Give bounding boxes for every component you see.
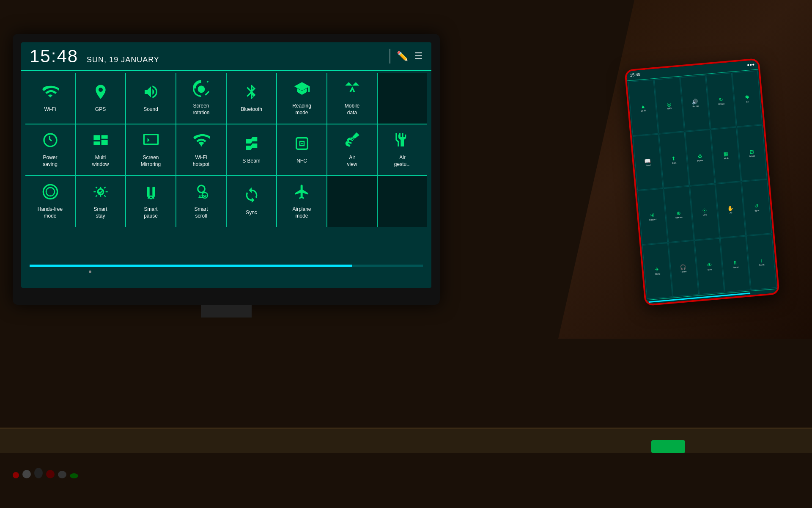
phone-p16-icon: ✈ bbox=[655, 267, 659, 273]
smart-scroll-label: Smartscroll bbox=[194, 206, 208, 219]
scene: 15:48 SUN, 19 JANUARY ✏️ ☰ bbox=[0, 0, 812, 508]
qs-power-saving[interactable]: Powersaving bbox=[25, 124, 76, 175]
wifi-label: Wi-Fi bbox=[44, 106, 56, 113]
phone-p10-icon: ⊟ bbox=[749, 149, 754, 155]
divider bbox=[390, 49, 390, 64]
phone-item-12: ⊕SBeam bbox=[664, 186, 694, 243]
qs-airplane-mode[interactable]: Airplanemode bbox=[277, 176, 327, 227]
qs-smart-scroll[interactable]: Smartscroll bbox=[176, 176, 227, 227]
progress-bar bbox=[30, 265, 423, 267]
air-gesture-icon bbox=[394, 132, 411, 151]
dot-indicator bbox=[89, 271, 91, 273]
phone-data-icon: ⬆ bbox=[672, 155, 676, 162]
qs-s-beam[interactable]: S Beam bbox=[227, 124, 277, 175]
qs-screen-rotation[interactable]: Screenrotation bbox=[176, 73, 227, 124]
phone-read-icon: 📖 bbox=[644, 157, 651, 164]
shelf bbox=[0, 428, 812, 453]
qs-sound[interactable]: Sound bbox=[126, 73, 176, 124]
airplane-label: Airplanemode bbox=[292, 206, 311, 219]
phone-item-3: 🔊Sound bbox=[680, 75, 710, 131]
phone-item-7: ⬆Data bbox=[659, 132, 689, 188]
smart-stay-label: Smartstay bbox=[93, 206, 107, 219]
phone-p17-icon: 🎧 bbox=[680, 264, 687, 271]
svg-point-0 bbox=[99, 88, 103, 92]
phone-icons: ●●● bbox=[747, 62, 755, 69]
phone-item-15: ↺Sync bbox=[741, 179, 772, 236]
status-icons: ✏️ ☰ bbox=[390, 49, 423, 64]
hotspot-label: Wi-Fihotspot bbox=[193, 155, 209, 168]
phone-item-17: 🎧HFree bbox=[668, 240, 699, 297]
phone-screen: 15:48 ●●● ▲Wi-Fi ◎GPS 🔊Sound ↻Rotate ✱BT… bbox=[626, 60, 778, 304]
phone-item-4: ↻Rotate bbox=[706, 73, 736, 129]
power-saving-icon bbox=[42, 132, 59, 151]
shelf-items bbox=[13, 468, 78, 478]
phone-item-11: ⊞Hotspot bbox=[637, 188, 668, 245]
time-date: 15:48 SUN, 19 JANUARY bbox=[30, 46, 159, 66]
qs-wifi-hotspot[interactable]: Wi-Fihotspot bbox=[176, 124, 227, 175]
qs-wifi[interactable]: Wi-Fi bbox=[25, 73, 76, 124]
qs-multi-window[interactable]: Multiwindow bbox=[76, 124, 126, 175]
hotspot-icon bbox=[193, 132, 210, 151]
dec-6 bbox=[70, 473, 78, 478]
reading-mode-label: Readingmode bbox=[292, 103, 311, 116]
qs-row-1: Wi-Fi GPS Sound bbox=[25, 73, 427, 124]
s-beam-icon bbox=[243, 135, 260, 155]
qs-air-view[interactable]: Airview bbox=[327, 124, 378, 175]
s-beam-label: S Beam bbox=[242, 158, 261, 165]
phone-quick-settings: ▲Wi-Fi ◎GPS 🔊Sound ↻Rotate ✱BT 📖Read ⬆Da… bbox=[627, 69, 778, 300]
phone-p18-icon: 👁 bbox=[707, 262, 712, 268]
qs-empty-2 bbox=[378, 176, 427, 227]
date: SUN, 19 JANUARY bbox=[87, 55, 159, 64]
tv-stand bbox=[201, 305, 252, 318]
svg-rect-2 bbox=[200, 145, 202, 146]
quick-settings-grid: Wi-Fi GPS Sound bbox=[21, 71, 431, 229]
sync-label: Sync bbox=[246, 210, 257, 216]
air-gesture-label: Airgestu... bbox=[394, 155, 411, 168]
sound-icon bbox=[143, 83, 159, 103]
qs-bluetooth[interactable]: Bluetooth bbox=[227, 73, 277, 124]
smart-pause-label: Smartpause bbox=[144, 206, 158, 219]
phone-item-5: ✱BT bbox=[732, 71, 763, 127]
phone-item-13: ☉NFC bbox=[689, 184, 720, 240]
qs-hands-free[interactable]: Hands-freemode bbox=[25, 176, 76, 227]
qs-reading-mode[interactable]: Readingmode bbox=[277, 73, 327, 124]
edit-icon[interactable]: ✏️ bbox=[397, 51, 408, 62]
menu-icon[interactable]: ☰ bbox=[414, 51, 423, 62]
green-object bbox=[651, 440, 685, 453]
qs-partial bbox=[378, 73, 427, 124]
phone: 15:48 ●●● ▲Wi-Fi ◎GPS 🔊Sound ↻Rotate ✱BT… bbox=[624, 58, 780, 306]
mobile-data-label: Mobiledata bbox=[345, 103, 359, 116]
qs-air-gesture[interactable]: Airgestu... bbox=[378, 124, 427, 175]
bluetooth-icon bbox=[243, 83, 260, 103]
qs-sync[interactable]: Sync bbox=[227, 176, 277, 227]
svg-point-5 bbox=[43, 185, 57, 199]
smart-pause-icon bbox=[143, 183, 159, 203]
qs-row-3: Hands-freemode Smartstay Smartpause bbox=[25, 176, 427, 227]
nfc-label: NFC bbox=[296, 158, 307, 165]
screen-mirroring-icon bbox=[143, 132, 159, 151]
phone-p19-icon: ⏸ bbox=[732, 260, 738, 266]
svg-rect-8 bbox=[147, 187, 150, 197]
phone-sound-icon: 🔊 bbox=[691, 99, 698, 105]
qs-gps[interactable]: GPS bbox=[76, 73, 126, 124]
gps-icon bbox=[92, 83, 109, 103]
svg-rect-1 bbox=[144, 135, 158, 144]
tv-body: 15:48 SUN, 19 JANUARY ✏️ ☰ bbox=[13, 34, 440, 305]
dec-4 bbox=[46, 470, 55, 478]
qs-smart-stay[interactable]: Smartstay bbox=[76, 176, 126, 227]
progress-fill bbox=[30, 265, 352, 267]
qs-empty-1 bbox=[327, 176, 378, 227]
phone-p8-icon: ♻ bbox=[697, 153, 702, 160]
phone-p13-icon: ☉ bbox=[702, 207, 707, 214]
svg-point-6 bbox=[46, 188, 55, 196]
qs-nfc[interactable]: NFC bbox=[277, 124, 327, 175]
phone-wifi-icon: ▲ bbox=[640, 103, 646, 110]
hands-free-label: Hands-freemode bbox=[38, 206, 63, 219]
sync-icon bbox=[243, 187, 260, 206]
phone-p14-icon: ✋ bbox=[727, 205, 734, 212]
qs-smart-pause[interactable]: Smartpause bbox=[126, 176, 176, 227]
qs-mobile-data[interactable]: Mobiledata bbox=[327, 73, 378, 124]
air-view-icon bbox=[344, 132, 361, 151]
power-saving-label: Powersaving bbox=[43, 155, 58, 168]
qs-screen-mirroring[interactable]: ScreenMirroring bbox=[126, 124, 176, 175]
